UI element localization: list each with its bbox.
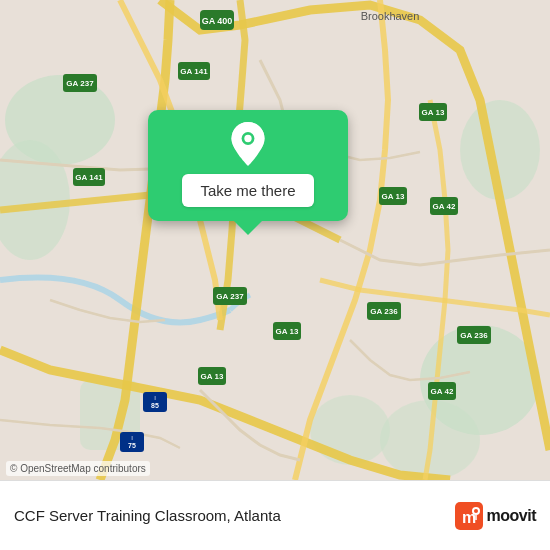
svg-text:GA 141: GA 141 [180, 67, 208, 76]
svg-text:GA 236: GA 236 [460, 331, 488, 340]
moovit-brand-text: moovit [487, 507, 536, 525]
app: GA 400 Brookhaven GA 237 GA 141 GA 141 G… [0, 0, 550, 550]
svg-text:GA 237: GA 237 [66, 79, 94, 88]
svg-text:85: 85 [151, 402, 159, 409]
svg-text:GA 400: GA 400 [202, 16, 233, 26]
svg-text:GA 141: GA 141 [75, 173, 103, 182]
map-background: GA 400 Brookhaven GA 237 GA 141 GA 141 G… [0, 0, 550, 480]
svg-point-6 [310, 395, 390, 465]
svg-text:GA 42: GA 42 [433, 202, 456, 211]
map-container: GA 400 Brookhaven GA 237 GA 141 GA 141 G… [0, 0, 550, 480]
svg-point-47 [474, 509, 478, 513]
svg-text:GA 13: GA 13 [276, 327, 299, 336]
moovit-icon: m [455, 502, 483, 530]
svg-text:GA 13: GA 13 [422, 108, 445, 117]
location-pin-icon [226, 122, 270, 166]
svg-text:75: 75 [128, 442, 136, 449]
take-me-there-button[interactable]: Take me there [182, 174, 313, 207]
map-attribution: © OpenStreetMap contributors [6, 461, 150, 476]
svg-text:GA 13: GA 13 [201, 372, 224, 381]
svg-text:Brookhaven: Brookhaven [361, 10, 420, 22]
svg-text:GA 237: GA 237 [216, 292, 244, 301]
location-title: CCF Server Training Classroom, Atlanta [14, 507, 455, 524]
moovit-logo: m moovit [455, 502, 536, 530]
svg-text:GA 42: GA 42 [431, 387, 454, 396]
svg-point-43 [244, 135, 251, 142]
svg-text:GA 13: GA 13 [382, 192, 405, 201]
svg-text:GA 236: GA 236 [370, 307, 398, 316]
bottom-bar: CCF Server Training Classroom, Atlanta m… [0, 480, 550, 550]
location-card: Take me there [148, 110, 348, 221]
